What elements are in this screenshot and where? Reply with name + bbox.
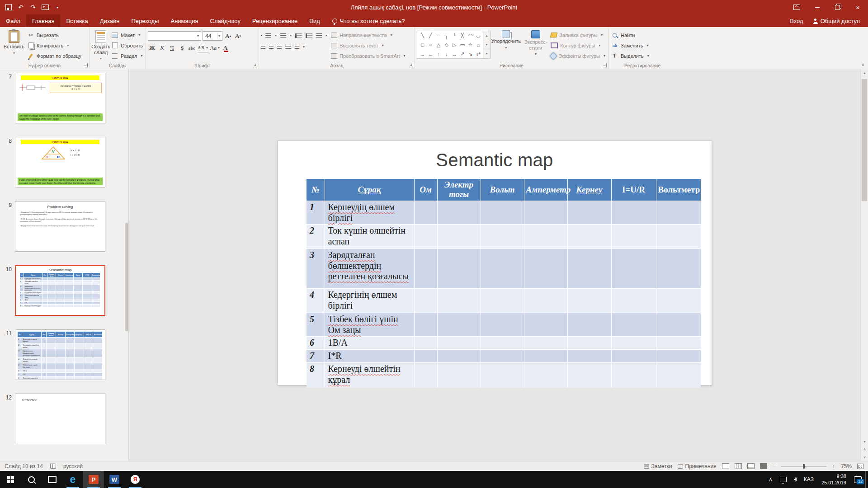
input-language-button[interactable]: КАЗ xyxy=(800,471,817,488)
share-button[interactable]: Общий доступ xyxy=(813,18,860,24)
decrease-font-size-button[interactable]: А▾ xyxy=(234,32,242,41)
shape-icon[interactable]: ↗ xyxy=(459,51,466,57)
collapse-ribbon-button[interactable]: ∧ xyxy=(861,62,864,67)
sign-in-button[interactable]: Вход xyxy=(790,18,803,24)
question-cell[interactable]: 1В/А xyxy=(325,337,414,350)
character-spacing-button[interactable]: АВ xyxy=(198,43,208,52)
column-header[interactable]: Кернеу xyxy=(567,179,611,201)
answer-cell[interactable] xyxy=(481,337,524,350)
slide-thumbnail-7[interactable]: 7 Ohm's law Resistance = Voltage / Curre… xyxy=(0,73,128,123)
gallery-scroll-down-button[interactable]: ▾ xyxy=(483,40,490,49)
shape-icon[interactable]: △ xyxy=(435,42,442,48)
answer-cell[interactable] xyxy=(414,289,437,313)
action-center-button[interactable]: 12 xyxy=(850,471,865,488)
task-view-button[interactable] xyxy=(42,471,62,488)
close-button[interactable]: × xyxy=(848,0,868,14)
tab-insert[interactable]: Вставка xyxy=(60,14,94,27)
align-left-button[interactable] xyxy=(261,42,265,51)
shape-icon[interactable]: ↓ xyxy=(443,51,450,57)
section-button[interactable]: Раздел xyxy=(111,52,143,60)
answer-cell[interactable] xyxy=(414,337,437,350)
answer-cell[interactable] xyxy=(567,350,611,363)
slide-editing-canvas[interactable]: Semantic map №СұрақОмЭлектр тогыВольтАмп… xyxy=(129,69,860,461)
shape-outline-button[interactable]: Контур фигуры xyxy=(551,41,605,50)
shape-icon[interactable]: ╳ xyxy=(459,32,466,39)
answer-cell[interactable] xyxy=(481,249,524,289)
show-desktop-button[interactable] xyxy=(865,471,868,488)
tab-review[interactable]: Рецензирование xyxy=(246,14,303,27)
row-number-cell[interactable]: 6 xyxy=(307,337,325,350)
answer-cell[interactable] xyxy=(656,249,701,289)
shape-icon[interactable]: ← xyxy=(427,51,434,57)
slideshow-view-button[interactable] xyxy=(760,463,767,469)
shape-icon[interactable]: ◡ xyxy=(475,32,482,39)
answer-cell[interactable] xyxy=(437,337,481,350)
answer-cell[interactable] xyxy=(414,225,437,249)
previous-slide-button[interactable]: ∧ xyxy=(861,446,868,453)
answer-cell[interactable] xyxy=(481,289,524,313)
shape-icon[interactable]: └ xyxy=(451,32,458,39)
strikethrough-button[interactable]: abc xyxy=(188,43,196,52)
question-cell[interactable]: Кернеуді өлшейтін құрал xyxy=(325,363,414,388)
row-number-cell[interactable]: 7 xyxy=(307,350,325,363)
increase-font-size-button[interactable]: А▴ xyxy=(224,32,232,41)
gallery-more-button[interactable]: ▾ xyxy=(483,49,490,58)
cut-button[interactable]: ✂Вырезать xyxy=(27,31,81,39)
slide-title[interactable]: Semantic map xyxy=(278,150,712,170)
italic-button[interactable]: К xyxy=(158,43,166,52)
ribbon-display-options-button[interactable] xyxy=(787,0,807,14)
volume-tray-button[interactable] xyxy=(790,471,800,488)
save-button[interactable] xyxy=(3,1,14,13)
paste-button[interactable]: Вставить xyxy=(2,28,26,55)
slide-sorter-view-button[interactable] xyxy=(735,463,742,469)
font-size-combobox[interactable]: 44▾ xyxy=(203,31,222,41)
shape-icon[interactable]: ─ xyxy=(435,32,442,39)
dialog-launcher-icon[interactable] xyxy=(409,63,413,67)
text-shadow-button[interactable]: S xyxy=(178,43,186,52)
shape-icon[interactable]: ╲ xyxy=(419,32,426,39)
answer-cell[interactable] xyxy=(437,289,481,313)
answer-cell[interactable] xyxy=(611,289,656,313)
shape-icon[interactable]: ⌂ xyxy=(475,42,482,48)
answer-cell[interactable] xyxy=(567,363,611,388)
shape-icon[interactable]: ▭ xyxy=(459,42,466,48)
copy-button[interactable]: Копировать xyxy=(27,41,81,50)
answer-cell[interactable] xyxy=(656,350,701,363)
vertical-scrollbar[interactable]: ▴ ▾ ∧ ∨ xyxy=(860,69,868,461)
change-case-button[interactable]: Аа xyxy=(210,43,220,52)
line-spacing-button[interactable] xyxy=(316,31,327,40)
tell-me-box[interactable]: Что вы хотите сделать? xyxy=(326,14,411,27)
shape-icon[interactable]: ⇄ xyxy=(475,51,482,57)
shape-icon[interactable]: ▷ xyxy=(451,42,458,48)
dialog-launcher-icon[interactable] xyxy=(253,63,257,67)
taskbar-word-button[interactable]: W xyxy=(104,471,125,488)
slide-counter[interactable]: Слайд 10 из 14 xyxy=(5,463,43,469)
answer-cell[interactable] xyxy=(524,313,567,337)
answer-cell[interactable] xyxy=(567,289,611,313)
font-color-button[interactable]: А xyxy=(221,43,230,52)
answer-cell[interactable] xyxy=(567,249,611,289)
question-cell[interactable]: I*R xyxy=(325,350,414,363)
tab-home[interactable]: Главная xyxy=(26,14,60,27)
answer-cell[interactable] xyxy=(524,363,567,388)
semantic-map-table[interactable]: №СұрақОмЭлектр тогыВольтАмперметрКернеуI… xyxy=(307,179,701,388)
shape-icon[interactable]: ↔ xyxy=(451,51,458,57)
taskbar-edge-button[interactable]: e xyxy=(62,471,83,488)
answer-cell[interactable] xyxy=(656,201,701,225)
new-slide-button[interactable]: Создать слайд xyxy=(91,28,110,61)
shape-icon[interactable]: ◠ xyxy=(467,32,474,39)
fit-to-window-button[interactable] xyxy=(857,464,863,469)
answer-cell[interactable] xyxy=(524,225,567,249)
current-slide[interactable]: Semantic map №СұрақОмЭлектр тогыВольтАмп… xyxy=(278,141,712,385)
answer-cell[interactable] xyxy=(414,350,437,363)
answer-cell[interactable] xyxy=(656,289,701,313)
start-slideshow-button[interactable] xyxy=(39,1,51,13)
decrease-indent-button[interactable] xyxy=(295,31,302,40)
scroll-up-button[interactable]: ▴ xyxy=(861,69,868,77)
gallery-scroll-up-button[interactable]: ▴ xyxy=(483,31,490,40)
answer-cell[interactable] xyxy=(611,313,656,337)
undo-button[interactable]: ↶ xyxy=(15,1,27,13)
slide-thumbnail-8[interactable]: 8 Ohm's law V I R V = I · R I = xyxy=(0,137,128,188)
answer-cell[interactable] xyxy=(437,350,481,363)
network-tray-button[interactable] xyxy=(776,471,790,488)
